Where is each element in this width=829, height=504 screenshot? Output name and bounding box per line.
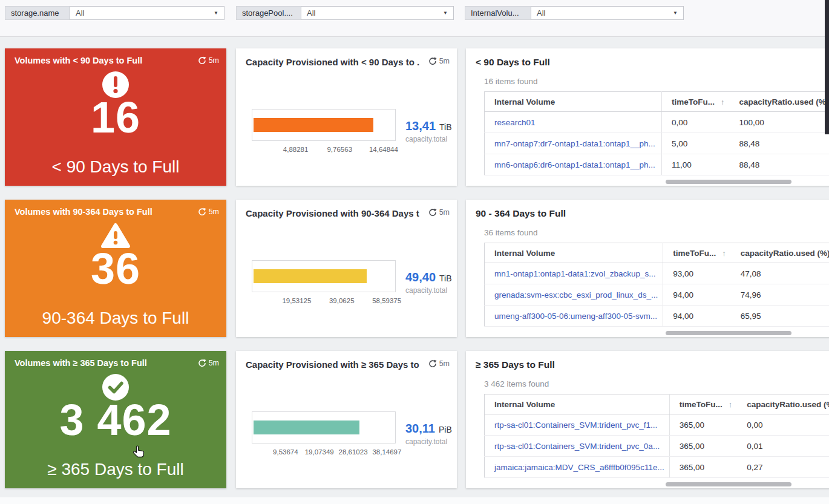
kpi-label: < 90 Days to Full bbox=[5, 157, 226, 177]
table-row: rtp-sa-cl01:Containers_SVM:trident_pvc_f… bbox=[485, 414, 829, 436]
internal-volume-link[interactable]: umeng-aff300-05-06:umeng-aff300-05-svm..… bbox=[485, 306, 663, 327]
column-header-time-to-full[interactable]: timeToFu...↑ bbox=[669, 394, 737, 414]
table-cell: 88,48 bbox=[730, 133, 829, 154]
refresh-button[interactable]: 5m bbox=[428, 208, 450, 217]
widget-title: Volumes with 90-364 Days to Full bbox=[15, 207, 152, 217]
kpi-count: 36 bbox=[5, 247, 226, 290]
caret-down-icon: ▼ bbox=[214, 10, 218, 16]
table-card: < 90 Days to Full 16 items found Interna… bbox=[466, 48, 829, 186]
filter-storage-name: storage.name All ▼ bbox=[5, 6, 224, 20]
sort-ascending-icon: ↑ bbox=[729, 400, 733, 409]
internal-volume-link[interactable]: research01 bbox=[485, 112, 662, 133]
refresh-button[interactable]: 5m bbox=[428, 57, 450, 65]
storage-pool-select[interactable]: All ▼ bbox=[301, 6, 454, 20]
x-axis-tick-label: 28,61023 bbox=[339, 448, 368, 456]
column-header-time-to-full[interactable]: timeToFu...↑ bbox=[663, 243, 731, 263]
table-row: mn6-ontap6:dr6-ontap1-data1:ontap1__ph..… bbox=[485, 154, 829, 175]
x-axis-tick-label: 19,07349 bbox=[305, 448, 334, 456]
refresh-icon bbox=[428, 57, 437, 65]
table-hscrollbar-thumb[interactable] bbox=[666, 482, 791, 486]
bar bbox=[254, 421, 359, 434]
internal-volume-link[interactable]: mn7-ontap7:dr7-ontap1-data1:ontap1__ph..… bbox=[485, 133, 662, 154]
table-row: umeng-aff300-05-06:umeng-aff300-05-svm..… bbox=[485, 306, 829, 327]
bar bbox=[254, 269, 367, 283]
internal-volume-link[interactable]: mn1-ontap1:ontap1-data1:zvol_zbackup_s..… bbox=[485, 263, 663, 284]
bar-chart-plot-area bbox=[252, 260, 396, 292]
widget-title: Capacity Provisioned with < 90 Days to .… bbox=[246, 57, 419, 67]
kpi-card-critical[interactable]: Volumes with < 90 Days to Full 5m 16 < 9… bbox=[5, 48, 226, 186]
filter-value: All bbox=[76, 8, 84, 18]
table-cell: 65,95 bbox=[731, 306, 829, 327]
x-axis-ticks: 4,882819,7656314,64844 bbox=[252, 146, 396, 154]
table-cell: 365,00 bbox=[669, 436, 737, 457]
chart-value-block: 13,41 TiB capacity.total bbox=[405, 119, 452, 143]
kpi-card-ok[interactable]: Volumes with ≥ 365 Days to Full 5m 3 462… bbox=[5, 351, 226, 488]
chart-unit: TiB bbox=[439, 273, 451, 283]
refresh-button[interactable]: 5m bbox=[198, 359, 219, 367]
data-table: Internal Volume timeToFu...↑ capacityRat… bbox=[484, 243, 829, 327]
table-title: ≥ 365 Days to Full bbox=[476, 359, 555, 370]
table-cell: 365,00 bbox=[669, 414, 737, 436]
chart-value: 13,41 bbox=[405, 119, 436, 133]
sort-ascending-icon: ↑ bbox=[721, 97, 725, 106]
widget-title: Capacity Provisioned with 90-364 Days t.… bbox=[246, 208, 419, 218]
data-table: Internal Volume timeToFu...↑ capacityRat… bbox=[484, 394, 829, 478]
internal-volume-link[interactable]: mn6-ontap6:dr6-ontap1-data1:ontap1__ph..… bbox=[485, 154, 662, 175]
internal-volume-link[interactable]: grenada:svm-esx:cbc_esxi_prod_linux_ds_.… bbox=[485, 284, 663, 306]
internal-volume-link[interactable]: jamaica:jamaica:MDV_CRS_a6fffb0f095c11e.… bbox=[485, 457, 670, 478]
chart-metric-label: capacity.total bbox=[405, 437, 452, 446]
internal-volume-select[interactable]: All ▼ bbox=[531, 6, 684, 20]
refresh-button[interactable]: 5m bbox=[198, 208, 219, 216]
table-cell: 11,00 bbox=[662, 154, 730, 175]
table-cell: 93,00 bbox=[663, 263, 731, 284]
x-axis-tick-label: 58,59375 bbox=[372, 297, 401, 304]
table-cell: 94,00 bbox=[663, 284, 731, 306]
internal-volume-link[interactable]: rtp-sa-cl01:Containers_SVM:trident_pvc_f… bbox=[485, 414, 670, 436]
kpi-label: 90-364 Days to Full bbox=[5, 309, 226, 328]
table-row: research010,00100,00 bbox=[485, 112, 829, 133]
internal-volume-link[interactable]: rtp-sa-cl01:Containers_SVM:trident_pvc_0… bbox=[485, 436, 670, 457]
bar-chart-plot-area bbox=[252, 109, 396, 141]
table-cell: 47,08 bbox=[731, 263, 829, 284]
bar-chart-plot-area bbox=[252, 411, 396, 443]
refresh-icon bbox=[198, 359, 206, 367]
x-axis-tick-label: 4,88281 bbox=[283, 146, 309, 153]
table-hscrollbar-thumb[interactable] bbox=[666, 331, 791, 335]
chart-value: 49,40 bbox=[405, 270, 436, 284]
kpi-card-warning[interactable]: Volumes with 90-364 Days to Full 5m 36 9… bbox=[5, 200, 226, 337]
refresh-button[interactable]: 5m bbox=[428, 359, 450, 368]
bar-chart-card: Capacity Provisioned with 90-364 Days t.… bbox=[236, 200, 457, 337]
column-header-internal-volume[interactable]: Internal Volume bbox=[485, 394, 670, 414]
widget-title: Volumes with ≥ 365 Days to Full bbox=[15, 358, 147, 368]
table-title: 90 - 364 Days to Full bbox=[476, 208, 566, 219]
x-axis-tick-label: 9,76563 bbox=[327, 146, 352, 153]
column-header-internal-volume[interactable]: Internal Volume bbox=[485, 92, 662, 112]
storage-name-select[interactable]: All ▼ bbox=[70, 6, 224, 20]
bar-chart-card: Capacity Provisioned with < 90 Days to .… bbox=[236, 48, 457, 186]
refresh-button[interactable]: 5m bbox=[198, 56, 219, 65]
kpi-label: ≥ 365 Days to Full bbox=[5, 460, 226, 479]
filter-label: storagePool.... bbox=[236, 6, 301, 20]
column-header-internal-volume[interactable]: Internal Volume bbox=[485, 243, 663, 263]
filter-value: All bbox=[537, 8, 545, 18]
table-cell: 0,27 bbox=[737, 457, 829, 478]
column-header-time-to-full[interactable]: timeToFu...↑ bbox=[662, 92, 730, 112]
table-row: rtp-sa-cl01:Containers_SVM:trident_pvc_0… bbox=[485, 436, 829, 457]
column-header-capacity-ratio[interactable]: capacityRatio.used (%) bbox=[730, 92, 829, 112]
table-cell: 0,00 bbox=[737, 414, 829, 436]
filter-internal-volume: InternalVolu... All ▼ bbox=[465, 6, 684, 20]
table-hscrollbar-thumb[interactable] bbox=[666, 180, 791, 184]
widget-title: Capacity Provisioned with ≥ 365 Days to.… bbox=[246, 359, 419, 370]
chart-metric-label: capacity.total bbox=[405, 135, 452, 143]
table-cell: 5,00 bbox=[662, 133, 730, 154]
table-card: 90 - 364 Days to Full 36 items found Int… bbox=[466, 200, 829, 337]
column-header-capacity-ratio[interactable]: capacityRatio.used (%) bbox=[731, 243, 829, 263]
column-header-capacity-ratio[interactable]: capacityRatio.used (%) bbox=[737, 394, 829, 414]
table-cell: 74,96 bbox=[731, 284, 829, 306]
page-scrollbar-thumb[interactable] bbox=[825, 0, 829, 134]
x-axis-tick-label: 9,53674 bbox=[273, 448, 298, 456]
chart-unit: TiB bbox=[439, 122, 451, 132]
filter-storage-pool: storagePool.... All ▼ bbox=[236, 6, 454, 20]
sort-ascending-icon: ↑ bbox=[722, 249, 726, 258]
table-cell: 100,00 bbox=[730, 112, 829, 133]
